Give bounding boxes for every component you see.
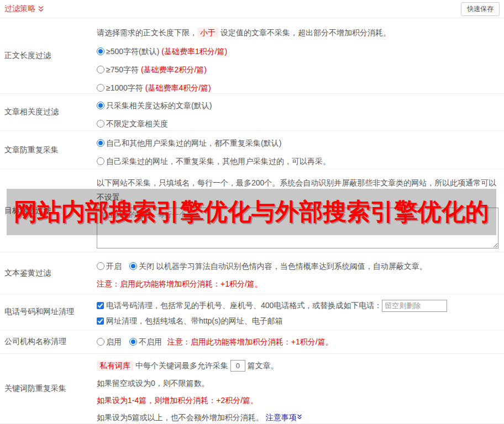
chevron-double-down-icon	[38, 6, 44, 13]
radio-icon-checked[interactable]	[129, 262, 137, 270]
notes-link[interactable]: 注意事项	[266, 413, 302, 422]
radio-icon[interactable]	[97, 84, 104, 92]
radio-icon-checked[interactable]	[129, 338, 137, 346]
radio-icon[interactable]	[97, 157, 104, 165]
radio-icon-checked[interactable]	[97, 139, 104, 147]
radio-icon[interactable]	[97, 338, 104, 346]
radio-icon[interactable]	[97, 66, 104, 73]
keyword-dedup-line3: 如果设为1-4篇，则增加积分消耗：+2积分/篇。	[97, 395, 498, 406]
row-keyword-dedup: 关键词防重复采集 私有词库 中每个关键词最多允许采集 篇文章。 如果留空或设为0…	[0, 354, 504, 424]
radio-icon[interactable]	[97, 120, 104, 128]
radio-icon[interactable]	[97, 262, 104, 270]
quick-save-button[interactable]: 快速保存	[461, 2, 500, 16]
fee-note: (基础费率1积分/篇)	[161, 47, 227, 56]
radio-option-750[interactable]: ≥750字符 (基础费率2积分/篇)	[97, 64, 498, 75]
chevron-double-down-icon	[297, 414, 302, 420]
keyword-dedup-line2: 如果留空或设为0，则不限篇数。	[97, 378, 498, 389]
company-clean-note: 注意：启用此功能将增加积分消耗：+1积分/篇。	[167, 337, 333, 346]
radio-option-dedup-all[interactable]: 自己和其他用户采集过的网址，都不重复采集(默认)	[97, 137, 498, 149]
replacement-phone-input[interactable]	[382, 300, 447, 312]
radio-icon-checked[interactable]	[97, 47, 104, 55]
checkbox-checked-icon[interactable]	[97, 317, 104, 325]
private-lexicon-highlight: 私有词库	[97, 361, 133, 370]
row-label-dedup: 文章防重复采集	[0, 131, 97, 169]
porn-filter-note: 注意：启用此功能将增加积分消耗：+1积分/篇。	[97, 278, 498, 289]
page-title[interactable]: 过滤策略	[4, 4, 44, 14]
row-label-content-length: 正文长度过滤	[0, 18, 97, 93]
content-length-intro: 请选择需求的正文长度下限，小于 设定值的文章不采集，超出部分不增加积分消耗。	[97, 27, 498, 38]
row-content-length: 正文长度过滤 请选择需求的正文长度下限，小于 设定值的文章不采集，超出部分不增加…	[0, 18, 504, 94]
row-label-company-clean: 公司机构名称清理	[0, 330, 97, 353]
radio-option-relevance-any[interactable]: 不限定文章相关度	[97, 118, 498, 129]
row-label-porn-filter: 文本鉴黄过滤	[0, 252, 97, 294]
blocked-domains-textarea[interactable]	[97, 208, 498, 248]
radio-option-relevance-strict[interactable]: 只采集相关度达标的文章(默认)	[97, 100, 498, 111]
radio-option-porn-on[interactable]: 开启	[97, 262, 122, 271]
row-phone-url-clean: 电话号码和网址清理 电话号码清理，包括常见的手机号、座机号、400电话格式，或替…	[0, 294, 504, 330]
radio-option-500[interactable]: ≥500字符(默认) (基础费率1积分/篇)	[97, 46, 498, 57]
keyword-dedup-line4: 如果设为5篇或以上，也不会额外增加积分消耗。	[97, 413, 266, 422]
target-url-intro: 以下网站不采集，只填域名，每行一个，最多200个。系统会自动识别并屏蔽那些非文章…	[97, 176, 498, 204]
row-dedup: 文章防重复采集 自己和其他用户采集过的网址，都不重复采集(默认) 自己采集过的网…	[0, 131, 504, 169]
row-relevance: 文章相关度过滤 只采集相关度达标的文章(默认) 不限定文章相关度	[0, 94, 504, 131]
checkbox-option-phone-clean[interactable]: 电话号码清理，包括常见的手机号、座机号、400电话格式，或替换成如下电话：	[97, 301, 382, 310]
fee-note: (基础费率2积分/篇)	[141, 65, 207, 74]
page-title-label: 过滤策略	[4, 4, 35, 14]
radio-option-dedup-self[interactable]: 自己采集过的网址，不重复采集，其他用户采集过的，可以再采。	[97, 156, 498, 167]
row-label-phone-url-clean: 电话号码和网址清理	[0, 294, 97, 330]
page-header: 过滤策略 快速保存	[0, 0, 504, 18]
radio-option-porn-off[interactable]: 关闭	[129, 262, 154, 271]
row-porn-filter: 文本鉴黄过滤 开启 关闭 以机器学习算法自动识别色情内容，当色情概率达到系统阈值…	[0, 252, 504, 294]
row-label-relevance: 文章相关度过滤	[0, 94, 97, 130]
checkbox-checked-icon[interactable]	[97, 302, 104, 309]
radio-option-1000[interactable]: ≥1000字符 (基础费率4积分/篇)	[97, 82, 498, 93]
radio-icon-checked[interactable]	[97, 102, 104, 109]
fee-note: (基础费率4积分/篇)	[145, 83, 211, 92]
row-company-clean: 公司机构名称清理 启用 不启用 注意：启用此功能将增加积分消耗：+1积分/篇。	[0, 330, 504, 354]
porn-filter-desc: 以机器学习算法自动识别色情内容，当色情概率达到系统阈值，自动屏蔽文章。	[156, 262, 427, 271]
row-target-url: 目标网址过滤 以下网站不采集，只填域名，每行一个，最多200个。系统会自动识别并…	[0, 169, 504, 252]
max-articles-input[interactable]	[230, 360, 245, 372]
intro-highlight: 小于	[197, 28, 218, 38]
checkbox-option-url-clean[interactable]: 网址清理，包括纯域名、带http(s)的网址、电子邮箱	[97, 315, 498, 326]
row-label-keyword-dedup: 关键词防重复采集	[0, 354, 97, 423]
radio-option-company-on[interactable]: 启用	[97, 337, 122, 346]
radio-option-company-off[interactable]: 不启用	[129, 337, 162, 346]
row-label-target-url: 目标网址过滤	[0, 169, 97, 252]
